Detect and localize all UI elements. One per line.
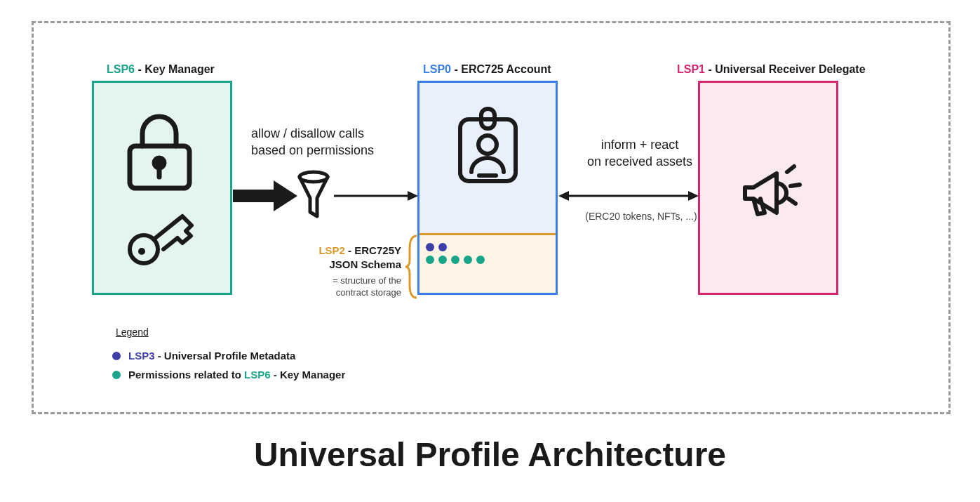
svg-point-4 [138,248,145,255]
megaphone-icon [738,158,805,224]
legend-lsp6-label: - Key Manager [271,369,346,381]
lsp6-title: LSP6 - Key Manager [107,63,215,76]
left-arrow-label-line2: based on permissions [251,142,374,159]
right-arrow-label: inform + react on received assets [584,136,696,171]
lsp1-label: - Universal Receiver Delegate [705,63,866,75]
lsp0-tag: LSP0 [423,63,451,75]
lsp2-label: LSP2 - ERC725Y JSON Schema [303,244,401,271]
key-icon [123,211,200,277]
dot-teal [464,256,472,264]
lsp1-tag: LSP1 [677,63,705,75]
svg-line-12 [788,199,796,204]
svg-line-11 [791,185,800,186]
legend-title: Legend [116,326,149,338]
lsp2-tag: LSP2 [318,244,345,256]
svg-marker-14 [274,180,297,211]
left-arrow-label-line1: allow / disallow calls [251,125,374,142]
right-arrow-label-line2: on received assets [584,153,696,170]
legend-item-lsp3: LSP3 - Universal Profile Metadata [112,350,295,362]
arrow-lsp6-to-funnel [233,180,297,214]
legend-perm-prefix: Permissions related to [128,369,244,381]
dot-teal [426,256,434,264]
lsp2-sub: = structure of the contract storage [303,275,401,299]
dot-teal [476,256,485,264]
svg-point-5 [300,172,328,182]
dot-teal [438,256,447,264]
legend-lsp3-tag: LSP3 [128,350,155,362]
storage-dots [426,243,485,264]
right-arrow-sub: (ERC20 tokens, NFTs, ...) [571,211,711,222]
lsp0-label: - ERC725 Account [451,63,551,75]
dot-blue [112,352,121,360]
lsp6-tag: LSP6 [107,63,135,75]
svg-line-10 [787,166,794,172]
lsp6-label: - Key Manager [135,63,215,75]
id-badge-icon [455,105,521,189]
dot-blue [426,243,434,251]
svg-marker-18 [558,191,569,201]
funnel-icon [296,170,331,223]
arrow-lsp0-lsp1-bidirectional [558,189,699,206]
legend-lsp3-label: - Universal Profile Metadata [155,350,296,362]
arrow-funnel-to-lsp0 [334,189,418,206]
legend-item-permissions: Permissions related to LSP6 - Key Manage… [112,369,345,381]
dot-row-permissions [426,256,485,264]
right-arrow-label-line1: inform + react [584,136,696,153]
svg-marker-16 [408,191,418,201]
lsp1-title: LSP1 - Universal Receiver Delegate [677,63,866,76]
dot-teal [451,256,459,264]
svg-rect-13 [233,190,274,202]
page-title: Universal Profile Architecture [0,435,980,474]
dot-blue [438,243,447,251]
brace-icon [404,235,418,302]
dot-teal [112,371,121,379]
lock-icon [123,112,196,196]
svg-point-8 [478,136,497,154]
left-arrow-label: allow / disallow calls based on permissi… [251,125,374,159]
svg-marker-19 [688,191,699,201]
lsp0-title: LSP0 - ERC725 Account [423,63,551,76]
legend-lsp6-tag: LSP6 [244,369,271,381]
dot-row-lsp3 [426,243,485,251]
